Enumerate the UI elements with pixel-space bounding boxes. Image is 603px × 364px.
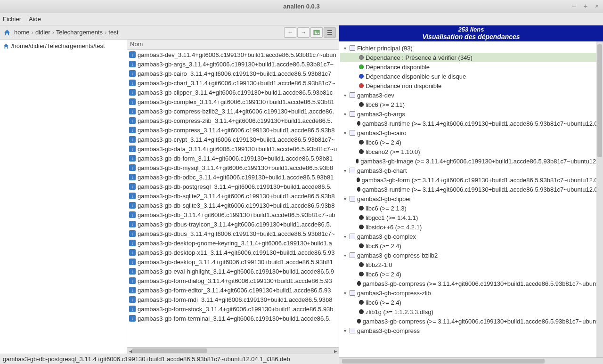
dep-group[interactable]: ▾gambas3-gb-args <box>340 109 602 119</box>
close-button[interactable]: × <box>593 2 601 10</box>
file-row[interactable]: ↓gambas3-gb-dbus-trayicon_3.11.4+git6006… <box>127 219 339 229</box>
dep-item[interactable]: libc6 (>= 2.4) <box>340 298 602 307</box>
scroll-right-icon[interactable]: ▸ <box>332 348 339 354</box>
expand-icon[interactable]: ▾ <box>342 253 348 258</box>
dep-item[interactable]: libc6 (>= 2.11) <box>340 100 602 109</box>
dep-item[interactable]: libbz2-1.0 <box>340 260 602 269</box>
expand-icon[interactable]: ▾ <box>342 130 348 136</box>
file-row[interactable]: ↓gambas3-gb-db-postgresql_3.11.4+git6006… <box>127 182 339 191</box>
crumb-didier[interactable]: didier <box>35 29 50 36</box>
dep-group[interactable]: ▾gambas3-dev <box>340 90 602 100</box>
dep-item[interactable]: libcairo2 (>= 1.10.0) <box>340 147 602 156</box>
dep-label: gambas3-gb-compress <box>357 327 420 334</box>
dep-group[interactable]: ▾Fichier principal (93) <box>340 43 602 53</box>
dep-item[interactable]: gambas3-runtime (>= 3.11.4+git6006.c1991… <box>340 119 602 128</box>
menu-aide[interactable]: Aide <box>29 16 41 23</box>
home-icon[interactable] <box>3 28 11 37</box>
file-row[interactable]: ↓gambas3-gb-compress_3.11.4+git6006.c199… <box>127 125 339 135</box>
file-row[interactable]: ↓gambas3-gb-dbus_3.11.4+git6006.c199130+… <box>127 229 339 238</box>
file-row[interactable]: ↓gambas3-dev_3.11.4+git6006.c199130+buil… <box>127 50 339 59</box>
list-view-button[interactable] <box>324 27 336 38</box>
dep-item[interactable]: libgcc1 (>= 1:4.1.1) <box>340 213 602 222</box>
folder-tree[interactable]: /home/didier/Telechargements/test <box>0 40 127 354</box>
file-row[interactable]: ↓gambas3-gb-form-dialog_3.11.4+git6006.c… <box>127 276 339 285</box>
dependency-tree[interactable]: ▾Fichier principal (93)Dépendance : Prés… <box>339 41 603 357</box>
file-row[interactable]: ↓gambas3-gb-form-stock_3.11.4+git6006.c1… <box>127 304 339 314</box>
expand-icon[interactable]: ▾ <box>342 234 348 239</box>
file-row[interactable]: ↓gambas3-gb-db-odbc_3.11.4+git6006.c1991… <box>127 172 339 182</box>
file-row[interactable]: ↓gambas3-gb-chart_3.11.4+git6006.c199130… <box>127 78 339 88</box>
file-hscrollbar[interactable]: ◂ ▸ <box>127 347 339 354</box>
dep-item[interactable]: Dépendance non disponible <box>340 81 602 90</box>
file-row[interactable]: ↓gambas3-gb-desktop-gnome-keyring_3.11.4… <box>127 238 339 248</box>
forward-button[interactable]: → <box>297 27 310 38</box>
expand-icon[interactable]: ▾ <box>342 112 348 117</box>
file-row[interactable]: ↓gambas3-gb-db_3.11.4+git6006.c199130+bu… <box>127 210 339 219</box>
dep-group[interactable]: ▾gambas3-gb-cairo <box>340 128 602 138</box>
dep-item[interactable]: libc6 (>= 2.4) <box>340 269 602 279</box>
file-row[interactable]: ↓gambas3-gb-form-terminal_3.11.4+git6006… <box>127 314 339 323</box>
dep-item[interactable]: gambas3-runtime (>= 3.11.4+git6006.c1991… <box>340 185 602 194</box>
file-row[interactable]: ↓gambas3-gb-compress-bzlib2_3.11.4+git60… <box>127 106 339 116</box>
file-row[interactable]: ↓gambas3-gb-compress-zlib_3.11.4+git6006… <box>127 116 339 125</box>
dependency-hscrollbar[interactable] <box>339 357 603 364</box>
expand-icon[interactable]: ▾ <box>342 46 348 51</box>
file-row[interactable]: ↓gambas3-gb-args_3.11.4+git6006.c199130+… <box>127 59 339 69</box>
dependency-vscrollbar[interactable] <box>596 41 603 357</box>
dep-item[interactable]: libstdc++6 (>= 4.2.1) <box>340 222 602 232</box>
dep-item[interactable]: libc6 (>= 2.4) <box>340 138 602 147</box>
dep-item[interactable]: gambas3-gb-form (>= 3.11.4+git6006.c1991… <box>340 175 602 185</box>
file-row[interactable]: ↓gambas3-gb-db-mysql_3.11.4+git6006.c199… <box>127 163 339 172</box>
dep-group[interactable]: ▾gambas3-gb-compress <box>340 326 602 335</box>
file-row[interactable]: ↓gambas3-gb-desktop-x11_3.11.4+git6006.c… <box>127 248 339 257</box>
file-row[interactable]: ↓gambas3-gb-clipper_3.11.4+git6006.c1991… <box>127 88 339 97</box>
minimize-button[interactable]: – <box>570 2 579 10</box>
menu-fichier[interactable]: Fichier <box>3 16 21 23</box>
file-row[interactable]: ↓gambas3-gb-form-mdi_3.11.4+git6006.c199… <box>127 295 339 304</box>
dep-group[interactable]: ▾gambas3-gb-compress-bzlib2 <box>340 251 602 260</box>
dep-item[interactable]: Dépendance disponible <box>340 62 602 72</box>
file-row[interactable]: ↓gambas3-gb-db-sqlite2_3.11.4+git6006.c1… <box>127 191 339 201</box>
file-name: gambas3-gb-compress-zlib_3.11.4+git6006.… <box>138 117 332 124</box>
dep-group[interactable]: ▾gambas3-gb-clipper <box>340 194 602 203</box>
dep-item[interactable]: Dépendance disponible sur le disque <box>340 72 602 81</box>
dep-group[interactable]: ▾gambas3-gb-compress-zlib <box>340 288 602 298</box>
dep-item[interactable]: libc6 (>= 2.4) <box>340 241 602 251</box>
crumb-test[interactable]: test <box>108 29 118 36</box>
file-name: gambas3-gb-form-stock_3.11.4+git6006.c19… <box>138 306 334 313</box>
dep-group[interactable]: ▾gambas3-gb-complex <box>340 232 602 241</box>
expand-icon[interactable]: ▾ <box>342 93 348 98</box>
file-list[interactable]: ↓gambas3-dev_3.11.4+git6006.c199130+buil… <box>127 50 339 347</box>
dep-item[interactable]: gambas3-gb-compress (>= 3.11.4+git6006.c… <box>340 316 602 326</box>
file-row[interactable]: ↓gambas3-gb-db-sqlite3_3.11.4+git6006.c1… <box>127 201 339 210</box>
expand-icon[interactable]: ▾ <box>342 291 348 296</box>
maximize-button[interactable]: + <box>581 2 590 10</box>
file-row[interactable]: ↓gambas3-gb-eval-highlight_3.11.4+git600… <box>127 267 339 276</box>
icons-view-button[interactable] <box>310 27 323 38</box>
dep-label: libbz2-1.0 <box>366 261 392 268</box>
crumb-telechargements[interactable]: Telechargements <box>56 29 103 36</box>
tree-item-path[interactable]: /home/didier/Telechargements/test <box>1 41 126 50</box>
file-row[interactable]: ↓gambas3-gb-complex_3.11.4+git6006.c1991… <box>127 97 339 106</box>
scroll-thumb[interactable] <box>342 359 545 364</box>
file-row[interactable]: ↓gambas3-gb-crypt_3.11.4+git6006.c199130… <box>127 135 339 144</box>
scroll-thumb[interactable] <box>132 348 207 353</box>
expand-icon[interactable]: ▾ <box>342 328 348 333</box>
file-row[interactable]: ↓gambas3-gb-desktop_3.11.4+git6006.c1991… <box>127 257 339 267</box>
expand-icon[interactable]: ▾ <box>342 196 348 202</box>
back-button[interactable]: ← <box>284 27 296 38</box>
dep-item[interactable]: gambas3-gb-image (>= 3.11.4+git6006.c199… <box>340 156 602 166</box>
crumb-home[interactable]: home <box>14 29 30 36</box>
file-row[interactable]: ↓gambas3-gb-db-form_3.11.4+git6006.c1991… <box>127 154 339 163</box>
dep-item[interactable]: gambas3-gb-compress (>= 3.11.4+git6006.c… <box>340 279 602 288</box>
file-row[interactable]: ↓gambas3-gb-data_3.11.4+git6006.c199130+… <box>127 144 339 154</box>
file-row[interactable]: ↓gambas3-gb-cairo_3.11.4+git6006.c199130… <box>127 69 339 78</box>
dep-item[interactable]: zlib1g (>= 1:1.2.3.3.dfsg) <box>340 307 602 316</box>
file-row[interactable]: ↓gambas3-gb-form-editor_3.11.4+git6006.c… <box>127 285 339 295</box>
expand-icon[interactable]: ▾ <box>342 168 348 173</box>
file-header-nom[interactable]: Nom <box>127 40 339 50</box>
dep-group[interactable]: ▾gambas3-gb-chart <box>340 166 602 175</box>
scroll-thumb[interactable] <box>597 44 602 157</box>
dep-item[interactable]: libc6 (>= 2.1.3) <box>340 203 602 213</box>
dep-item[interactable]: Dépendance : Présence à vérifier (345) <box>340 53 602 62</box>
